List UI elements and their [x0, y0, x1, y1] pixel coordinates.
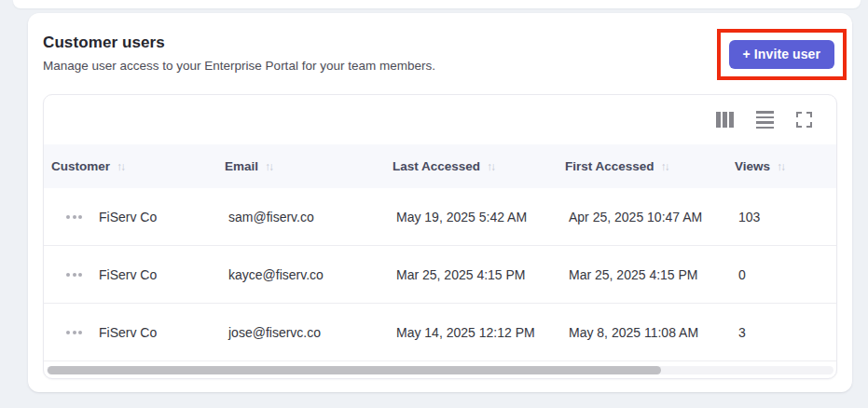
customer-users-panel: Customer users Manage user access to you…	[28, 13, 852, 392]
column-header-customer[interactable]: Customer ↑↓	[44, 159, 223, 173]
views-cell: 103	[733, 210, 836, 224]
panel-header: Customer users Manage user access to you…	[43, 28, 837, 80]
column-header-views[interactable]: Views ↑↓	[733, 159, 836, 173]
sort-icon[interactable]: ↑↓	[487, 160, 494, 173]
last-accessed-cell: Mar 25, 2025 4:15 PM	[391, 267, 563, 282]
fullscreen-icon[interactable]	[796, 112, 812, 128]
row-actions-icon[interactable]	[66, 327, 82, 338]
first-accessed-cell: May 8, 2025 11:08 AM	[563, 325, 733, 340]
sort-icon[interactable]: ↑↓	[265, 160, 272, 173]
annotation-highlight-rectangle: + Invite user	[717, 29, 847, 80]
density-icon[interactable]	[756, 111, 774, 129]
email-cell: jose@fiservc.co	[223, 325, 391, 340]
first-accessed-cell: Apr 25, 2025 10:47 AM	[563, 210, 733, 224]
column-header-first-accessed[interactable]: First Accessed ↑↓	[563, 159, 733, 173]
page-title: Customer users	[43, 28, 435, 52]
row-actions-icon[interactable]	[66, 269, 82, 280]
invite-user-button[interactable]: + Invite user	[729, 40, 834, 69]
first-accessed-cell: Mar 25, 2025 4:15 PM	[563, 267, 733, 282]
previous-card-bottom-edge	[13, 0, 861, 8]
sort-icon[interactable]: ↑↓	[777, 160, 784, 173]
horizontal-scrollbar-track[interactable]	[47, 366, 834, 374]
customer-cell: FiServ Co	[99, 325, 157, 340]
customer-cell: FiServ Co	[99, 267, 157, 282]
sort-icon[interactable]: ↑↓	[117, 160, 124, 173]
horizontal-scrollbar-thumb[interactable]	[48, 366, 661, 374]
table-row[interactable]: FiServ Co kayce@fiserv.co Mar 25, 2025 4…	[44, 246, 836, 304]
table-row[interactable]: FiServ Co sam@fiserv.co May 19, 2025 5:4…	[44, 188, 836, 246]
row-actions-icon[interactable]	[66, 211, 82, 223]
columns-icon[interactable]	[716, 112, 734, 128]
column-header-email[interactable]: Email ↑↓	[223, 159, 391, 173]
email-cell: sam@fiserv.co	[223, 210, 391, 224]
page-subtitle: Manage user access to your Enterprise Po…	[43, 59, 435, 73]
email-cell: kayce@fiserv.co	[223, 267, 391, 282]
views-cell: 3	[733, 325, 836, 340]
table-toolbar	[44, 95, 836, 144]
users-table-container: Customer ↑↓ Email ↑↓ Last Accessed ↑↓ Fi…	[43, 94, 837, 379]
last-accessed-cell: May 14, 2025 12:12 PM	[391, 325, 563, 340]
column-header-last-accessed[interactable]: Last Accessed ↑↓	[391, 159, 563, 173]
sort-icon[interactable]: ↑↓	[661, 160, 668, 173]
last-accessed-cell: May 19, 2025 5:42 AM	[391, 210, 563, 224]
customer-cell: FiServ Co	[99, 210, 157, 224]
table-row[interactable]: FiServ Co jose@fiservc.co May 14, 2025 1…	[44, 304, 836, 361]
panel-header-text: Customer users Manage user access to you…	[43, 28, 435, 73]
views-cell: 0	[733, 267, 836, 282]
table-header-row: Customer ↑↓ Email ↑↓ Last Accessed ↑↓ Fi…	[44, 144, 836, 188]
